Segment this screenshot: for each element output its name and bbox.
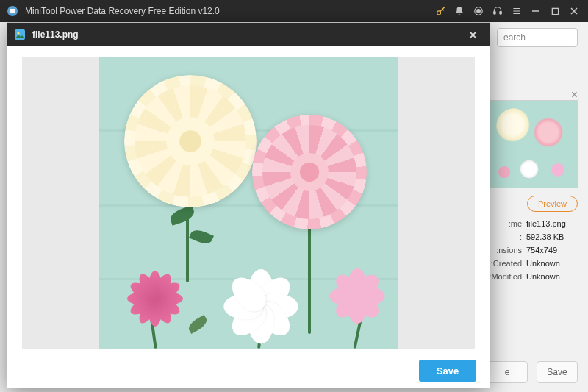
previewed-image (99, 57, 398, 349)
maximize-icon[interactable] (545, 0, 564, 22)
dialog-titlebar: file113.png (7, 23, 490, 46)
meta-name-value: file113.png (526, 219, 566, 228)
svg-rect-4 (494, 12, 495, 14)
preview-panel: × Preview me:file113.png :592.38 KB nsio… (490, 90, 578, 285)
bottom-left-button[interactable]: e (487, 361, 528, 383)
headset-icon[interactable] (488, 0, 507, 22)
bottom-button-row: e Save (487, 361, 578, 383)
minimize-icon[interactable] (526, 0, 545, 22)
bottom-save-button[interactable]: Save (537, 361, 578, 383)
menu-icon[interactable] (507, 0, 526, 22)
dialog-footer: Save (7, 354, 490, 388)
save-button[interactable]: Save (419, 360, 476, 382)
meta-modified-label: Modified: (490, 272, 526, 281)
search-input[interactable]: earch (497, 28, 578, 47)
dialog-filename: file113.png (32, 29, 79, 40)
meta-name-label: me: (490, 219, 526, 228)
svg-point-8 (17, 32, 19, 34)
preview-dialog: file113.png (7, 22, 490, 388)
meta-created-label: Created: (490, 259, 526, 268)
key-icon[interactable] (431, 0, 450, 22)
flower-pink (255, 118, 364, 227)
meta-size-label: : (490, 232, 526, 241)
dialog-body (7, 46, 490, 354)
flower-white (226, 271, 296, 341)
meta-dim-label: nsions: (490, 246, 526, 254)
preview-button[interactable]: Preview (527, 196, 578, 212)
meta-dim-value: 754x749 (526, 246, 557, 254)
main-titlebar: MiniTool Power Data Recovery Free Editio… (0, 0, 588, 22)
target-icon[interactable] (469, 0, 488, 22)
window-close-icon[interactable] (564, 0, 584, 22)
file-image-icon (13, 28, 26, 41)
app-icon (6, 4, 19, 18)
file-metadata: me:file113.png :592.38 KB nsions:754x749… (490, 219, 578, 281)
flower-hotpink (127, 271, 183, 327)
svg-rect-6 (552, 8, 558, 14)
thumbnail-image (490, 100, 578, 188)
bell-icon[interactable] (450, 0, 469, 22)
flower-cream (129, 79, 252, 203)
svg-point-3 (477, 10, 481, 13)
meta-created-value: Unknown (526, 259, 560, 268)
dialog-close-icon[interactable] (462, 23, 484, 46)
meta-modified-value: Unknown (526, 272, 560, 281)
search-text: earch (503, 32, 526, 43)
image-canvas (22, 57, 475, 349)
flower-pink-small (329, 268, 386, 325)
app-title: MiniTool Power Data Recovery Free Editio… (25, 6, 220, 16)
meta-size-value: 592.38 KB (526, 232, 564, 241)
svg-rect-5 (500, 12, 501, 14)
